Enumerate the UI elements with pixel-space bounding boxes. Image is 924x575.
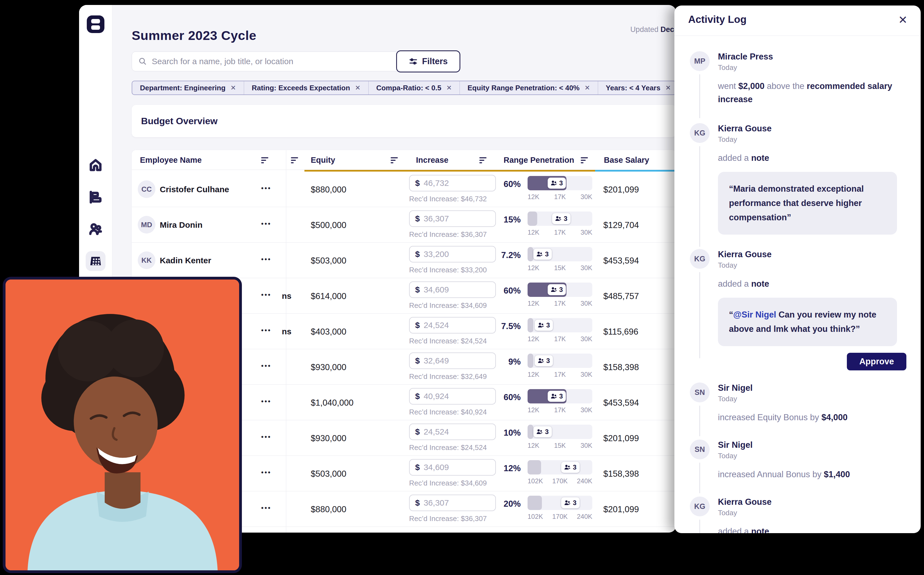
increase-input[interactable]: $33,200 <box>409 246 496 262</box>
filter-chip-range-penetration[interactable]: Equity Range Penetration: < 40%✕ <box>460 81 598 94</box>
row-menu-button[interactable]: ••• <box>261 255 271 263</box>
base-salary-value: $115,696 <box>603 327 638 337</box>
increase-input[interactable]: $34,609 <box>409 459 496 476</box>
filter-chip-department[interactable]: Department: Engineering✕ <box>132 81 244 94</box>
penetration-percent: 12% <box>493 464 521 473</box>
row-menu-button[interactable]: ••• <box>261 397 271 405</box>
equity-value: $880,000 <box>311 185 346 195</box>
penetration-percent: 60% <box>493 179 521 189</box>
people-icon <box>536 429 543 435</box>
penetration-percent: 20% <box>493 499 521 509</box>
filter-chip-compa-ratio[interactable]: Compa-Ratio: < 0.5✕ <box>368 81 460 94</box>
people-icon <box>564 464 571 471</box>
increase-input[interactable]: $36,307 <box>409 495 496 511</box>
column-header-increase[interactable]: Increase <box>416 156 448 165</box>
sidebar-item-people[interactable] <box>86 219 105 239</box>
employee-count-pill[interactable]: 3 <box>533 426 552 437</box>
filter-icon[interactable] <box>291 157 298 163</box>
base-salary-value: $453,594 <box>603 398 639 408</box>
range-penetration-bar: 3 <box>528 318 592 332</box>
sidebar-item-levels[interactable] <box>86 187 105 207</box>
filter-icon[interactable] <box>391 157 398 163</box>
employee-count-pill[interactable]: 3 <box>561 462 579 473</box>
increase-input[interactable]: $36,307 <box>409 210 496 227</box>
penetration-percent: 60% <box>493 392 521 402</box>
sidebar-item-table-active[interactable] <box>86 251 105 271</box>
people-icon <box>564 500 571 506</box>
bar-chart-icon <box>89 191 102 203</box>
avatar: CC <box>138 180 155 198</box>
table-row[interactable]: KK Kadin Kenter ••• $503,000 $33,200 Rec… <box>132 243 676 278</box>
row-menu-button[interactable]: ••• <box>261 433 271 441</box>
increase-input[interactable]: $24,524 <box>409 424 496 440</box>
employee-count-pill[interactable]: 3 <box>535 320 553 331</box>
row-menu-button[interactable]: ••• <box>261 362 271 370</box>
increase-input[interactable]: $34,609 <box>409 281 496 298</box>
employee-count-pill[interactable]: 3 <box>535 355 553 366</box>
employee-count-pill[interactable]: 3 <box>561 497 579 508</box>
increase-input[interactable]: $32,649 <box>409 353 496 369</box>
remove-chip-icon[interactable]: ✕ <box>446 84 452 92</box>
increase-input[interactable]: $46,732 <box>409 175 496 191</box>
penetration-percent: 9% <box>493 357 521 367</box>
approve-button[interactable]: Approve <box>847 353 907 370</box>
activity-user-name: Miracle Press <box>718 52 908 62</box>
avatar: SN <box>690 440 710 459</box>
table-row[interactable]: CC Cristofer Culhane ••• $880,000 $46,73… <box>132 172 676 207</box>
row-menu-button[interactable]: ••• <box>261 184 271 192</box>
activity-timestamp: Today <box>718 452 908 460</box>
remove-chip-icon[interactable]: ✕ <box>585 84 590 92</box>
row-menu-button[interactable]: ••• <box>261 326 271 334</box>
avatar: MP <box>690 51 710 71</box>
activity-text: added a note <box>718 151 894 165</box>
activity-entry: KG Kierra Gouse Today added a note “Than… <box>690 497 908 533</box>
filter-icon[interactable] <box>581 157 588 163</box>
remove-chip-icon[interactable]: ✕ <box>665 84 671 92</box>
avatar: KG <box>690 249 710 269</box>
activity-text: increased Annual Bonus by $1,400 <box>718 468 894 481</box>
penetration-percent: 10% <box>493 428 521 438</box>
equity-value: $614,000 <box>311 291 346 301</box>
range-penetration-bar: 3 <box>528 425 592 439</box>
remove-chip-icon[interactable]: ✕ <box>231 84 236 92</box>
filter-chip-years[interactable]: Years: < 4 Years✕ <box>598 81 676 94</box>
avatar: KK <box>138 251 155 269</box>
screenshot-stage: Summer 2023 Cycle Updated Dec Filters De… <box>0 0 924 575</box>
user-mention[interactable]: @Sir Nigel <box>733 310 776 319</box>
column-header-base-salary[interactable]: Base Salary <box>604 156 649 165</box>
budget-overview-card[interactable]: Budget Overview <box>132 105 676 137</box>
activity-text: added a note <box>718 277 894 291</box>
employee-name-fragment: ns <box>282 291 291 301</box>
remove-chip-icon[interactable]: ✕ <box>355 84 361 92</box>
people-icon <box>551 393 557 400</box>
budget-overview-title: Budget Overview <box>141 116 218 126</box>
employee-count-pill[interactable]: 3 <box>548 284 566 295</box>
increase-input[interactable]: $40,924 <box>409 388 496 405</box>
row-menu-button[interactable]: ••• <box>261 220 271 227</box>
row-menu-button[interactable]: ••• <box>261 469 271 476</box>
employee-count-pill[interactable]: 3 <box>533 249 552 260</box>
column-header-range-penetration[interactable]: Range Penetration <box>504 156 574 165</box>
increase-input[interactable]: $24,524 <box>409 317 496 334</box>
column-header-employee-name[interactable]: Employee Name <box>140 156 202 165</box>
filter-chip-rating[interactable]: Rating: Exceeds Expectation✕ <box>244 81 368 94</box>
employee-count-pill[interactable]: 3 <box>552 213 570 224</box>
employee-count-pill[interactable]: 3 <box>548 391 566 402</box>
table-grid-icon <box>89 255 102 267</box>
filter-icon[interactable] <box>479 157 487 163</box>
activity-entry: SN Sir Nigel Today increased Equity Bonu… <box>690 383 908 424</box>
activity-feed[interactable]: MP Miracle Press Today went $2,000 above… <box>674 36 921 533</box>
table-header-row: Employee Name Equity Increase Range Pene… <box>132 150 676 170</box>
employee-count-pill[interactable]: 3 <box>548 178 566 189</box>
column-header-equity[interactable]: Equity <box>311 156 335 165</box>
filters-button[interactable]: Filters <box>396 51 460 72</box>
filter-icon[interactable] <box>261 157 268 163</box>
close-icon[interactable]: ✕ <box>898 14 908 25</box>
sidebar-item-home[interactable] <box>86 155 105 175</box>
equity-value: $503,000 <box>311 256 346 266</box>
row-menu-button[interactable]: ••• <box>261 504 271 511</box>
table-row[interactable]: MD Mira Donin ••• $500,000 $36,307 Rec’d… <box>132 207 676 243</box>
employee-name-fragment: ns <box>282 327 291 336</box>
row-menu-button[interactable]: ••• <box>261 291 271 299</box>
app-logo-icon[interactable] <box>87 16 104 33</box>
